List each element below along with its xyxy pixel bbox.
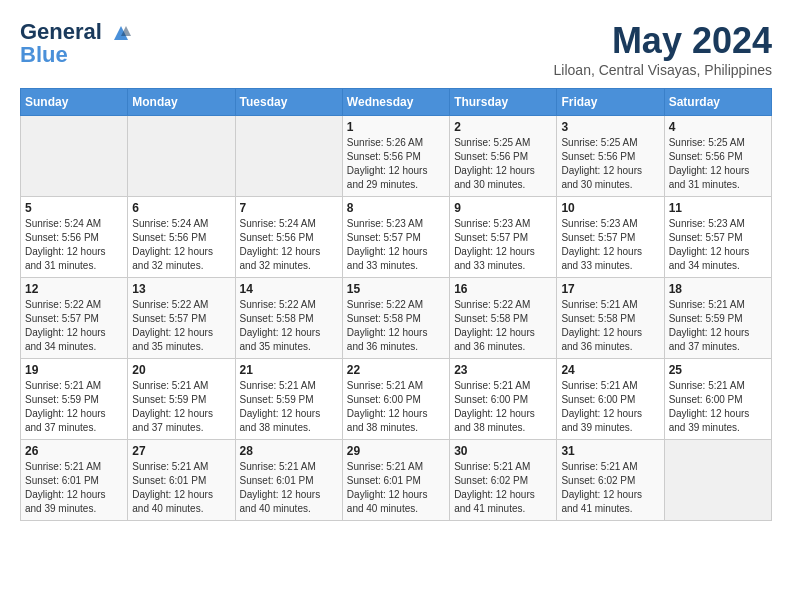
- calendar-table: SundayMondayTuesdayWednesdayThursdayFrid…: [20, 88, 772, 521]
- day-info: Sunrise: 5:22 AMSunset: 5:57 PMDaylight:…: [25, 298, 123, 354]
- day-info: Sunrise: 5:21 AMSunset: 6:00 PMDaylight:…: [669, 379, 767, 435]
- day-info: Sunrise: 5:21 AMSunset: 6:02 PMDaylight:…: [454, 460, 552, 516]
- calendar-cell: 26Sunrise: 5:21 AMSunset: 6:01 PMDayligh…: [21, 440, 128, 521]
- day-info: Sunrise: 5:21 AMSunset: 6:02 PMDaylight:…: [561, 460, 659, 516]
- day-number: 5: [25, 201, 123, 215]
- logo-blue: Blue: [20, 44, 132, 66]
- day-info: Sunrise: 5:22 AMSunset: 5:57 PMDaylight:…: [132, 298, 230, 354]
- day-number: 13: [132, 282, 230, 296]
- calendar-cell: 31Sunrise: 5:21 AMSunset: 6:02 PMDayligh…: [557, 440, 664, 521]
- calendar-cell: 18Sunrise: 5:21 AMSunset: 5:59 PMDayligh…: [664, 278, 771, 359]
- title-block: May 2024 Liloan, Central Visayas, Philip…: [554, 20, 772, 78]
- day-info: Sunrise: 5:21 AMSunset: 6:01 PMDaylight:…: [240, 460, 338, 516]
- day-info: Sunrise: 5:21 AMSunset: 5:59 PMDaylight:…: [669, 298, 767, 354]
- day-info: Sunrise: 5:24 AMSunset: 5:56 PMDaylight:…: [240, 217, 338, 273]
- day-number: 15: [347, 282, 445, 296]
- day-info: Sunrise: 5:21 AMSunset: 5:59 PMDaylight:…: [25, 379, 123, 435]
- day-number: 16: [454, 282, 552, 296]
- day-number: 2: [454, 120, 552, 134]
- day-number: 4: [669, 120, 767, 134]
- day-number: 22: [347, 363, 445, 377]
- page-header: General Blue May 2024 Liloan, Central Vi…: [20, 20, 772, 78]
- calendar-cell: 22Sunrise: 5:21 AMSunset: 6:00 PMDayligh…: [342, 359, 449, 440]
- calendar-cell: 20Sunrise: 5:21 AMSunset: 5:59 PMDayligh…: [128, 359, 235, 440]
- day-info: Sunrise: 5:21 AMSunset: 6:01 PMDaylight:…: [347, 460, 445, 516]
- day-number: 17: [561, 282, 659, 296]
- day-number: 3: [561, 120, 659, 134]
- calendar-cell: 30Sunrise: 5:21 AMSunset: 6:02 PMDayligh…: [450, 440, 557, 521]
- calendar-week-1: 1Sunrise: 5:26 AMSunset: 5:56 PMDaylight…: [21, 116, 772, 197]
- day-number: 25: [669, 363, 767, 377]
- day-info: Sunrise: 5:21 AMSunset: 6:01 PMDaylight:…: [25, 460, 123, 516]
- day-number: 21: [240, 363, 338, 377]
- day-number: 28: [240, 444, 338, 458]
- calendar-cell: 1Sunrise: 5:26 AMSunset: 5:56 PMDaylight…: [342, 116, 449, 197]
- day-number: 6: [132, 201, 230, 215]
- day-info: Sunrise: 5:23 AMSunset: 5:57 PMDaylight:…: [347, 217, 445, 273]
- day-info: Sunrise: 5:21 AMSunset: 6:00 PMDaylight:…: [561, 379, 659, 435]
- calendar-cell: 14Sunrise: 5:22 AMSunset: 5:58 PMDayligh…: [235, 278, 342, 359]
- calendar-body: 1Sunrise: 5:26 AMSunset: 5:56 PMDaylight…: [21, 116, 772, 521]
- day-number: 7: [240, 201, 338, 215]
- day-number: 20: [132, 363, 230, 377]
- calendar-week-2: 5Sunrise: 5:24 AMSunset: 5:56 PMDaylight…: [21, 197, 772, 278]
- day-info: Sunrise: 5:23 AMSunset: 5:57 PMDaylight:…: [454, 217, 552, 273]
- day-info: Sunrise: 5:23 AMSunset: 5:57 PMDaylight:…: [669, 217, 767, 273]
- calendar-cell: 24Sunrise: 5:21 AMSunset: 6:00 PMDayligh…: [557, 359, 664, 440]
- day-number: 1: [347, 120, 445, 134]
- weekday-saturday: Saturday: [664, 89, 771, 116]
- calendar-cell: 28Sunrise: 5:21 AMSunset: 6:01 PMDayligh…: [235, 440, 342, 521]
- calendar-cell: 2Sunrise: 5:25 AMSunset: 5:56 PMDaylight…: [450, 116, 557, 197]
- day-info: Sunrise: 5:21 AMSunset: 6:01 PMDaylight:…: [132, 460, 230, 516]
- day-info: Sunrise: 5:24 AMSunset: 5:56 PMDaylight:…: [132, 217, 230, 273]
- calendar-cell: 17Sunrise: 5:21 AMSunset: 5:58 PMDayligh…: [557, 278, 664, 359]
- calendar-cell: 13Sunrise: 5:22 AMSunset: 5:57 PMDayligh…: [128, 278, 235, 359]
- calendar-cell: 16Sunrise: 5:22 AMSunset: 5:58 PMDayligh…: [450, 278, 557, 359]
- calendar-cell: 5Sunrise: 5:24 AMSunset: 5:56 PMDaylight…: [21, 197, 128, 278]
- day-number: 29: [347, 444, 445, 458]
- day-number: 8: [347, 201, 445, 215]
- day-info: Sunrise: 5:25 AMSunset: 5:56 PMDaylight:…: [454, 136, 552, 192]
- calendar-cell: [235, 116, 342, 197]
- day-number: 19: [25, 363, 123, 377]
- calendar-week-5: 26Sunrise: 5:21 AMSunset: 6:01 PMDayligh…: [21, 440, 772, 521]
- location: Liloan, Central Visayas, Philippines: [554, 62, 772, 78]
- day-info: Sunrise: 5:23 AMSunset: 5:57 PMDaylight:…: [561, 217, 659, 273]
- day-info: Sunrise: 5:21 AMSunset: 5:59 PMDaylight:…: [132, 379, 230, 435]
- day-number: 24: [561, 363, 659, 377]
- day-info: Sunrise: 5:25 AMSunset: 5:56 PMDaylight:…: [669, 136, 767, 192]
- day-info: Sunrise: 5:26 AMSunset: 5:56 PMDaylight:…: [347, 136, 445, 192]
- weekday-sunday: Sunday: [21, 89, 128, 116]
- calendar-cell: 23Sunrise: 5:21 AMSunset: 6:00 PMDayligh…: [450, 359, 557, 440]
- calendar-cell: 6Sunrise: 5:24 AMSunset: 5:56 PMDaylight…: [128, 197, 235, 278]
- day-info: Sunrise: 5:22 AMSunset: 5:58 PMDaylight:…: [347, 298, 445, 354]
- weekday-header-row: SundayMondayTuesdayWednesdayThursdayFrid…: [21, 89, 772, 116]
- day-number: 11: [669, 201, 767, 215]
- calendar-week-3: 12Sunrise: 5:22 AMSunset: 5:57 PMDayligh…: [21, 278, 772, 359]
- calendar-cell: 7Sunrise: 5:24 AMSunset: 5:56 PMDaylight…: [235, 197, 342, 278]
- calendar-cell: 10Sunrise: 5:23 AMSunset: 5:57 PMDayligh…: [557, 197, 664, 278]
- calendar-cell: 15Sunrise: 5:22 AMSunset: 5:58 PMDayligh…: [342, 278, 449, 359]
- calendar-cell: 27Sunrise: 5:21 AMSunset: 6:01 PMDayligh…: [128, 440, 235, 521]
- day-info: Sunrise: 5:21 AMSunset: 6:00 PMDaylight:…: [347, 379, 445, 435]
- day-info: Sunrise: 5:24 AMSunset: 5:56 PMDaylight:…: [25, 217, 123, 273]
- logo: General Blue: [20, 20, 132, 66]
- weekday-thursday: Thursday: [450, 89, 557, 116]
- day-info: Sunrise: 5:21 AMSunset: 6:00 PMDaylight:…: [454, 379, 552, 435]
- calendar-cell: 21Sunrise: 5:21 AMSunset: 5:59 PMDayligh…: [235, 359, 342, 440]
- calendar-cell: 4Sunrise: 5:25 AMSunset: 5:56 PMDaylight…: [664, 116, 771, 197]
- weekday-wednesday: Wednesday: [342, 89, 449, 116]
- day-number: 23: [454, 363, 552, 377]
- calendar-cell: 11Sunrise: 5:23 AMSunset: 5:57 PMDayligh…: [664, 197, 771, 278]
- day-info: Sunrise: 5:25 AMSunset: 5:56 PMDaylight:…: [561, 136, 659, 192]
- calendar-cell: 19Sunrise: 5:21 AMSunset: 5:59 PMDayligh…: [21, 359, 128, 440]
- logo-icon: [110, 22, 132, 44]
- calendar-cell: 9Sunrise: 5:23 AMSunset: 5:57 PMDaylight…: [450, 197, 557, 278]
- day-number: 30: [454, 444, 552, 458]
- day-info: Sunrise: 5:21 AMSunset: 5:59 PMDaylight:…: [240, 379, 338, 435]
- day-info: Sunrise: 5:22 AMSunset: 5:58 PMDaylight:…: [454, 298, 552, 354]
- day-info: Sunrise: 5:21 AMSunset: 5:58 PMDaylight:…: [561, 298, 659, 354]
- calendar-cell: 8Sunrise: 5:23 AMSunset: 5:57 PMDaylight…: [342, 197, 449, 278]
- calendar-week-4: 19Sunrise: 5:21 AMSunset: 5:59 PMDayligh…: [21, 359, 772, 440]
- month-title: May 2024: [554, 20, 772, 62]
